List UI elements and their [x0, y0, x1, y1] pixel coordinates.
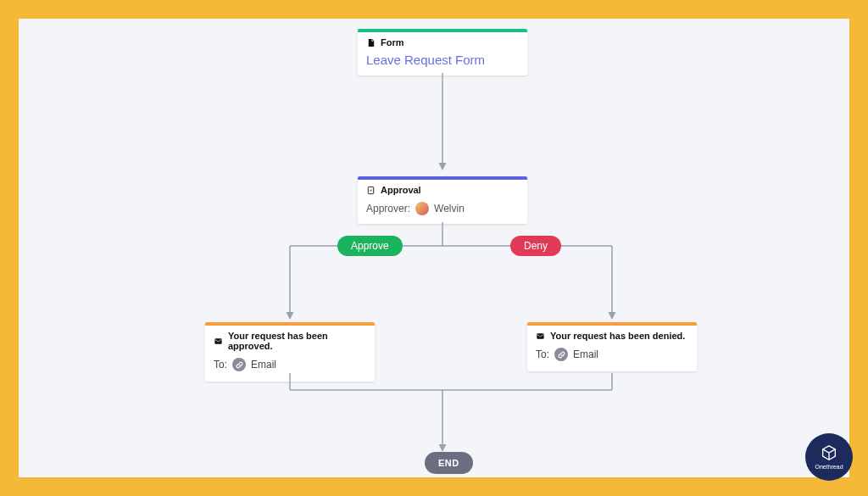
svg-rect-7 [214, 338, 221, 343]
link-icon [554, 348, 568, 361]
mail-icon [214, 337, 223, 346]
to-label: To: [214, 359, 227, 371]
denied-channel: Email [573, 348, 598, 360]
form-node[interactable]: Form Leave Request Form [358, 29, 527, 75]
brand-badge: Onethread [805, 433, 853, 481]
approver-name: Welvin [434, 203, 465, 215]
cube-icon [820, 444, 838, 463]
form-header-label: Form [381, 37, 404, 47]
deny-branch-label: Deny [510, 236, 561, 256]
brand-label: Onethread [815, 464, 843, 470]
form-title: Leave Request Form [366, 53, 519, 67]
approval-node[interactable]: Approval Approver: Welvin [358, 176, 527, 224]
approved-message: Your request has been approved. [228, 331, 366, 351]
approve-branch-label: Approve [337, 236, 403, 256]
connector-form-approval [434, 73, 451, 176]
svg-rect-8 [537, 333, 543, 338]
connector-branches [120, 222, 765, 332]
workflow-canvas: Form Leave Request Form Approval Approve… [19, 19, 849, 477]
mail-icon [536, 332, 545, 341]
clipboard-check-icon [366, 186, 376, 195]
approved-channel: Email [251, 359, 276, 371]
approver-label: Approver: [366, 203, 410, 215]
document-icon [366, 38, 376, 47]
to-label: To: [536, 348, 549, 360]
connector-merge [120, 373, 765, 466]
approval-header-label: Approval [381, 185, 421, 195]
avatar [415, 202, 429, 215]
link-icon [232, 358, 246, 371]
